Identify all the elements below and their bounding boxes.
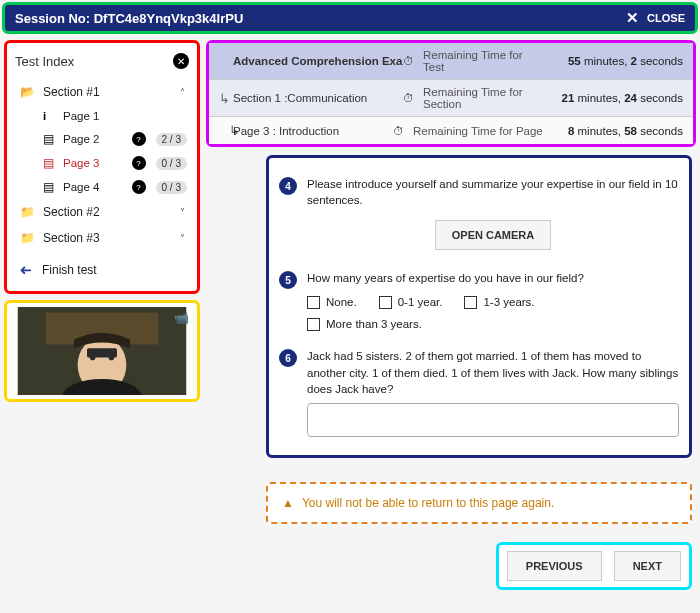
- question-5-number: 5: [279, 271, 297, 289]
- chevron-down-icon: ˅: [180, 233, 185, 244]
- question-4-text: Please introduce yourself and summarize …: [307, 176, 679, 208]
- session-label: Session No: DfTC4e8YnqVkp3k4IrPU: [15, 11, 243, 26]
- page-4-count: 0 / 3: [156, 181, 187, 194]
- option-none[interactable]: None.: [307, 294, 357, 310]
- subdir-icon: ↳: [219, 123, 233, 138]
- folder-icon: 📁: [19, 231, 35, 245]
- doc-icon: ▤: [43, 180, 57, 194]
- help-icon: ?: [132, 132, 146, 146]
- section-3-row[interactable]: 📁 Section #3 ˅: [15, 225, 189, 251]
- section-1-row[interactable]: 📂 Section #1 ˄: [15, 79, 189, 105]
- nav-buttons: PREVIOUS NEXT: [496, 542, 692, 590]
- question-6-number: 6: [279, 349, 297, 367]
- close-button[interactable]: ✕ CLOSE: [626, 9, 685, 27]
- clock-icon: ⏱: [403, 92, 415, 104]
- close-index-icon[interactable]: ✕: [173, 53, 189, 69]
- page-3-count: 0 / 3: [156, 157, 187, 170]
- warning-text: You will not be able to return to this p…: [302, 496, 554, 510]
- chevron-down-icon: ˅: [180, 207, 185, 218]
- folder-open-icon: 📂: [19, 85, 35, 99]
- question-6-text: Jack had 5 sisters. 2 of them got marrie…: [307, 348, 679, 396]
- doc-icon: ▤: [43, 156, 57, 170]
- exit-icon: ➜: [19, 261, 32, 279]
- chevron-up-icon: ˄: [180, 87, 185, 98]
- help-icon: ?: [132, 156, 146, 170]
- info-icon: i: [43, 110, 57, 122]
- folder-icon: 📁: [19, 205, 35, 219]
- warning-icon: ▲: [282, 496, 294, 510]
- question-4-number: 4: [279, 177, 297, 195]
- checkbox-icon: [307, 318, 320, 331]
- test-timer: 55 minutes, 2 seconds: [543, 55, 683, 67]
- exam-title: Advanced Comprehension Exam: [233, 55, 403, 67]
- page-3-row[interactable]: ▤ Page 3 ? 0 / 3: [15, 151, 189, 175]
- close-icon: ✕: [626, 9, 639, 27]
- clock-icon: ⏱: [393, 125, 405, 137]
- page-4-row[interactable]: ▤ Page 4 ? 0 / 3: [15, 175, 189, 199]
- checkbox-icon: [307, 296, 320, 309]
- clock-icon: ⏱: [403, 55, 415, 67]
- recording-icon: 📹: [174, 311, 189, 325]
- help-icon: ?: [132, 180, 146, 194]
- option-1-3[interactable]: 1-3 years.: [464, 294, 534, 310]
- page-1-row[interactable]: i Page 1: [15, 105, 189, 127]
- section-timer: 21 minutes, 24 seconds: [543, 92, 683, 104]
- session-header: Session No: DfTC4e8YnqVkp3k4IrPU ✕ CLOSE: [2, 2, 698, 34]
- section-2-row[interactable]: 📁 Section #2 ˅: [15, 199, 189, 225]
- checkbox-icon: [464, 296, 477, 309]
- test-index-title: Test Index: [15, 54, 74, 69]
- svg-point-5: [90, 355, 96, 361]
- close-label: CLOSE: [647, 12, 685, 24]
- warning-banner: ▲ You will not be able to return to this…: [266, 482, 692, 524]
- question-5-text: How many years of expertise do you have …: [307, 270, 679, 286]
- page-title: Page 3 : Introduction: [233, 125, 393, 137]
- svg-point-6: [109, 355, 115, 361]
- page-timer: 8 minutes, 58 seconds: [543, 125, 683, 137]
- question-6-input[interactable]: [307, 403, 679, 437]
- previous-button[interactable]: PREVIOUS: [507, 551, 602, 581]
- section-title: Section 1 :Communication: [233, 92, 403, 104]
- next-button[interactable]: NEXT: [614, 551, 681, 581]
- finish-test-button[interactable]: ➜ Finish test: [15, 251, 189, 281]
- webcam-feed: [11, 307, 193, 395]
- subdir-icon: ↳: [219, 91, 233, 106]
- timer-header: Advanced Comprehension Exam ⏱Remaining T…: [206, 40, 696, 147]
- checkbox-icon: [379, 296, 392, 309]
- page-2-count: 2 / 3: [156, 133, 187, 146]
- webcam-panel: 📹: [4, 300, 200, 402]
- doc-icon: ▤: [43, 132, 57, 146]
- option-0-1[interactable]: 0-1 year.: [379, 294, 443, 310]
- page-2-row[interactable]: ▤ Page 2 ? 2 / 3: [15, 127, 189, 151]
- option-more-3[interactable]: More than 3 years.: [307, 316, 679, 332]
- test-index-panel: Test Index ✕ 📂 Section #1 ˄ i Page 1 ▤ P…: [4, 40, 200, 294]
- open-camera-button[interactable]: OPEN CAMERA: [435, 220, 552, 250]
- questions-panel: 4 Please introduce yourself and summariz…: [266, 155, 692, 458]
